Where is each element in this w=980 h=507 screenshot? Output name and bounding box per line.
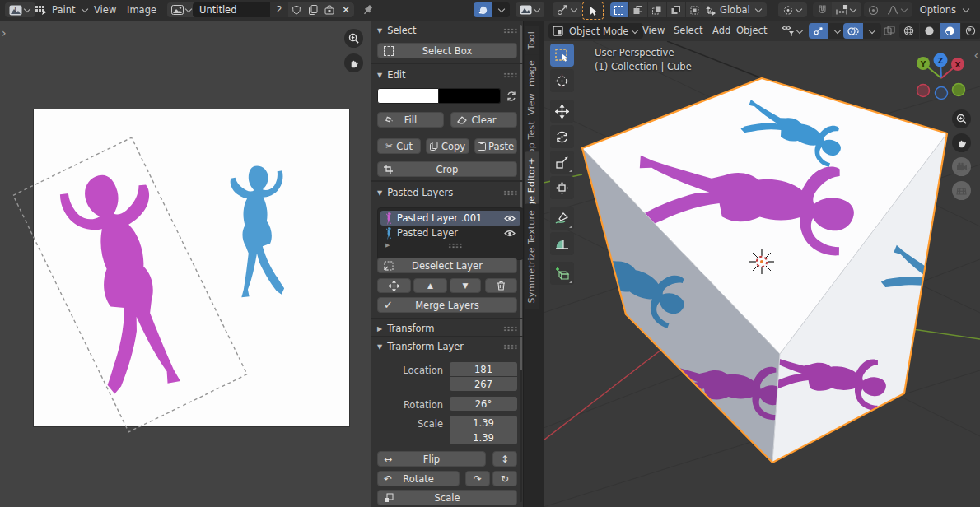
panel-header-transform-layer[interactable]: ▼ Transform Layer: [377, 341, 517, 352]
cut-button[interactable]: ✂ Cut: [377, 138, 421, 154]
tool-cursor[interactable]: [550, 69, 574, 92]
menu-select-3d[interactable]: Select: [669, 21, 707, 40]
panel-grip[interactable]: [503, 344, 517, 350]
xray-toggle[interactable]: [880, 23, 899, 39]
proportional-falloff-dropdown[interactable]: [883, 2, 912, 17]
tool-add-cube[interactable]: [550, 262, 574, 285]
snap-settings-dropdown[interactable]: [832, 2, 861, 17]
show-overlays-toggle[interactable]: [843, 23, 863, 39]
crop-button[interactable]: Crop: [377, 161, 517, 177]
mode-dropdown[interactable]: Object Mode: [548, 23, 643, 39]
viewport-pan-button[interactable]: [952, 133, 971, 152]
tool-scale[interactable]: [550, 151, 574, 174]
panel-header-transform[interactable]: ▶ Transform: [377, 323, 517, 334]
rotate-ccw-button[interactable]: ↶ Rotate: [377, 471, 460, 486]
panel-grip[interactable]: [503, 72, 517, 78]
gizmo-axis-x-neg[interactable]: [917, 85, 930, 97]
new-image-button[interactable]: [305, 2, 321, 17]
pasted-layer-magenta-figure[interactable]: [54, 164, 198, 399]
tab-symmetrize-texture[interactable]: Symmetrize Texture: [525, 204, 539, 309]
image-preview-dropdown[interactable]: [492, 2, 510, 17]
viewport-zoom-button[interactable]: [952, 109, 971, 128]
location-y-field[interactable]: 267: [450, 377, 517, 391]
canvas-pan-button[interactable]: [344, 53, 363, 72]
tool-transform[interactable]: [550, 176, 574, 199]
select-mode-set[interactable]: [610, 2, 628, 17]
shading-wireframe[interactable]: [899, 23, 919, 39]
panel-grip[interactable]: [503, 190, 517, 196]
swap-colors-button[interactable]: [506, 91, 517, 102]
image-name-field[interactable]: Untitled: [193, 4, 270, 16]
scale-button[interactable]: Scale: [377, 490, 517, 505]
cube-object[interactable]: [553, 78, 980, 463]
list-resize-grip[interactable]: [448, 243, 462, 249]
layer-row[interactable]: Pasted Layer: [380, 226, 520, 240]
image-preview-toggle[interactable]: [474, 2, 492, 17]
tool-select-box[interactable]: [550, 44, 574, 67]
object-visibility-dropdown[interactable]: [777, 23, 808, 39]
foreground-color-swatch[interactable]: [377, 88, 439, 104]
layer-up-button[interactable]: ▲: [413, 278, 447, 293]
panel-grip[interactable]: [503, 326, 517, 332]
viewport-ortho-toggle-button[interactable]: [952, 181, 971, 200]
paste-button[interactable]: Paste: [474, 138, 517, 154]
canvas-zoom-button[interactable]: [344, 29, 363, 48]
tool-move[interactable]: [550, 100, 574, 123]
shading-material-preview[interactable]: [940, 23, 960, 39]
rotate-cw-button[interactable]: ↷: [465, 471, 490, 486]
active-tool-dropdown[interactable]: [553, 2, 582, 17]
pack-image-button[interactable]: [321, 2, 338, 17]
layer-row-active[interactable]: Pasted Layer .001: [380, 211, 520, 226]
viewport-camera-button[interactable]: [952, 157, 971, 176]
navigation-gizmo[interactable]: Y Z X: [917, 53, 965, 100]
overlays-settings-dropdown[interactable]: [863, 23, 881, 39]
select-mode-subtract[interactable]: [648, 2, 666, 17]
unlink-image-button[interactable]: ✕: [338, 2, 354, 17]
pasted-layer-blue-figure[interactable]: [231, 165, 284, 297]
shading-solid[interactable]: [920, 23, 940, 39]
scale-y-field[interactable]: 1.39: [450, 430, 517, 444]
tool-annotate[interactable]: [550, 207, 574, 230]
panel-header-select[interactable]: ▼ Select: [377, 25, 517, 36]
visibility-eye-icon[interactable]: [504, 230, 516, 237]
panel-header-edit[interactable]: ▼ Edit: [377, 69, 517, 81]
show-gizmo-toggle[interactable]: [809, 23, 828, 39]
fill-button[interactable]: Fill: [377, 112, 444, 128]
display-channels-dropdown[interactable]: [516, 2, 545, 17]
fake-user-shield-button[interactable]: [288, 2, 305, 17]
scale-x-field[interactable]: 1.39: [450, 416, 517, 430]
toolbar-expand-arrow[interactable]: ›: [2, 27, 7, 39]
proportional-edit-toggle[interactable]: [864, 2, 883, 17]
gizmo-axis-z-neg[interactable]: [936, 87, 948, 100]
menu-view-3d[interactable]: View: [637, 21, 670, 40]
menu-image[interactable]: Image: [122, 0, 161, 20]
flip-vertical-button[interactable]: ↕: [492, 451, 517, 467]
snap-toggle[interactable]: [813, 2, 832, 17]
paint-mode-dropdown[interactable]: Paint: [35, 2, 89, 17]
select-mode-invert[interactable]: [667, 2, 685, 17]
rotation-field[interactable]: 26°: [450, 397, 517, 411]
tool-measure[interactable]: [550, 232, 574, 255]
layer-down-button[interactable]: ▼: [450, 278, 481, 293]
pivot-point-dropdown[interactable]: [778, 2, 807, 17]
viewport-3d[interactable]: Y Z X User Perspective (1) Collection | …: [544, 41, 980, 507]
sidebar-collapse-arrow[interactable]: ‹: [973, 49, 978, 61]
users-count-badge[interactable]: 2: [270, 2, 288, 17]
tool-rotate[interactable]: [550, 125, 574, 148]
background-color-swatch[interactable]: [439, 88, 501, 104]
copy-button[interactable]: Copy: [426, 138, 469, 154]
editor-type-dropdown[interactable]: T: [5, 2, 35, 17]
menu-object-3d[interactable]: Object: [731, 21, 772, 40]
active-tool-button[interactable]: [582, 2, 604, 20]
clear-button[interactable]: Clear: [450, 112, 517, 128]
panel-grip[interactable]: [503, 28, 517, 34]
location-x-field[interactable]: 181: [450, 362, 517, 376]
panel-header-pasted-layers[interactable]: ▼ Pasted Layers: [377, 187, 517, 198]
options-dropdown[interactable]: Options: [911, 2, 974, 17]
tab-tool[interactable]: Tool: [525, 26, 539, 55]
deselect-layer-button[interactable]: Deselect Layer: [377, 258, 517, 273]
flip-button[interactable]: ↔ Flip: [377, 451, 486, 467]
select-box-button[interactable]: Select Box: [377, 43, 517, 58]
menu-view[interactable]: View: [89, 0, 121, 20]
image-canvas[interactable]: [34, 109, 349, 426]
